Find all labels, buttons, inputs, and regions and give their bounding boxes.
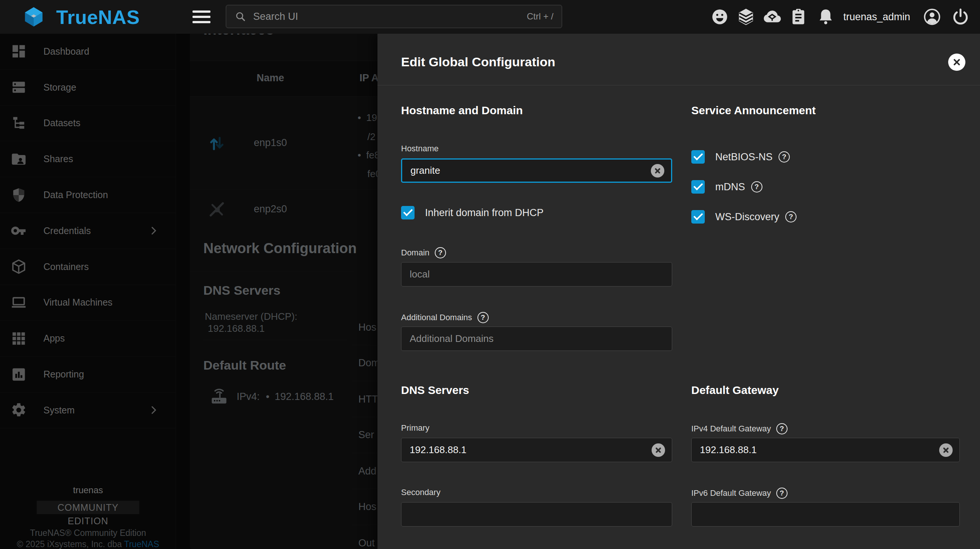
ipv6-gateway-input-wrapper — [691, 502, 960, 527]
inherit-domain-checkbox[interactable]: Inherit domain from DHCP — [401, 206, 544, 220]
panel-title: Edit Global Configuration — [401, 55, 555, 69]
domain-label-text: Domain — [401, 248, 430, 258]
domain-field-label: Domain — [401, 247, 446, 258]
username-menu[interactable]: truenas_admin — [843, 11, 910, 23]
secondary-dns-field-label: Secondary — [401, 488, 441, 497]
clear-input-icon[interactable] — [939, 443, 953, 457]
secondary-dns-label-text: Secondary — [401, 488, 441, 497]
checkbox-checked-icon[interactable] — [401, 206, 415, 220]
mdns-checkbox[interactable]: mDNS — [691, 180, 762, 194]
ipv6-gateway-input[interactable] — [692, 503, 959, 526]
ws-discovery-label: WS-Discovery — [715, 211, 797, 223]
domain-input-wrapper — [401, 262, 672, 286]
additional-domains-input[interactable] — [401, 327, 672, 350]
mdns-label: mDNS — [715, 181, 762, 193]
hostname-input-wrapper — [401, 158, 672, 183]
additional-domains-field-label: Additional Domains — [401, 312, 489, 323]
hostname-domain-heading: Hostname and Domain — [401, 104, 523, 117]
ipv4-gateway-input-wrapper — [691, 438, 960, 462]
hostname-label-text: Hostname — [401, 144, 439, 154]
netbios-checkbox[interactable]: NetBIOS-NS — [691, 150, 790, 164]
panel-header-divider — [377, 85, 980, 85]
clear-input-icon[interactable] — [651, 164, 664, 178]
help-icon[interactable] — [751, 181, 762, 193]
jobs-clipboard-icon[interactable] — [789, 8, 808, 26]
close-icon[interactable] — [948, 54, 966, 71]
primary-dns-label-text: Primary — [401, 423, 430, 433]
primary-dns-input[interactable] — [401, 438, 672, 462]
mdns-label-text: mDNS — [715, 181, 745, 193]
ipv4-gateway-field-label: IPv4 Default Gateway — [691, 423, 788, 434]
clear-input-icon[interactable] — [652, 443, 665, 457]
help-icon[interactable] — [776, 423, 788, 434]
domain-input[interactable] — [401, 263, 672, 286]
cloud-connect-icon[interactable] — [763, 8, 781, 26]
menu-toggle-icon[interactable] — [192, 11, 210, 24]
feedback-smiley-icon[interactable] — [710, 8, 729, 26]
help-icon[interactable] — [785, 211, 797, 223]
inherit-domain-label: Inherit domain from DHCP — [425, 207, 544, 219]
hostname-field-label: Hostname — [401, 144, 439, 154]
netbios-label-text: NetBIOS-NS — [715, 151, 773, 163]
checkbox-checked-icon[interactable] — [691, 210, 705, 224]
ipv6-gateway-field-label: IPv6 Default Gateway — [691, 488, 788, 499]
ws-discovery-label-text: WS-Discovery — [715, 211, 779, 223]
netbios-label: NetBIOS-NS — [715, 151, 790, 163]
help-icon[interactable] — [778, 151, 790, 162]
additional-domains-input-wrapper — [401, 326, 672, 351]
topbar: TrueNAS Ctrl + / truenas_admin — [0, 0, 980, 34]
default-gateway-heading: Default Gateway — [691, 384, 778, 396]
alerts-bell-icon[interactable] — [816, 8, 835, 26]
search-icon — [234, 11, 247, 22]
ipv4-gateway-input[interactable] — [692, 438, 959, 462]
edit-global-configuration-panel: Edit Global Configuration Hostname and D… — [377, 34, 980, 549]
checkbox-checked-icon[interactable] — [691, 150, 705, 164]
secondary-dns-input[interactable] — [401, 503, 672, 526]
truenas-logo-icon[interactable] — [23, 6, 44, 27]
primary-dns-input-wrapper — [401, 438, 672, 462]
search-shortcut-hint: Ctrl + / — [527, 11, 554, 22]
search-input[interactable] — [253, 11, 527, 22]
primary-dns-field-label: Primary — [401, 423, 430, 433]
checkbox-checked-icon[interactable] — [691, 180, 705, 194]
help-icon[interactable] — [776, 488, 788, 499]
power-icon[interactable] — [951, 8, 970, 26]
modal-backdrop[interactable] — [0, 34, 377, 549]
app-root: Interfaces Name IP Ad enp1s0 19 /2 fe8 f… — [0, 0, 980, 549]
service-announcement-heading: Service Announcement — [691, 104, 816, 117]
truenas-logo-text[interactable]: TrueNAS — [56, 6, 140, 29]
help-icon[interactable] — [435, 247, 446, 258]
dns-servers-heading: DNS Servers — [401, 384, 469, 396]
hostname-input[interactable] — [402, 159, 671, 181]
search-bar: Ctrl + / — [226, 5, 562, 28]
help-icon[interactable] — [477, 312, 489, 323]
additional-domains-label-text: Additional Domains — [401, 313, 472, 322]
secondary-dns-input-wrapper — [401, 502, 672, 527]
ws-discovery-checkbox[interactable]: WS-Discovery — [691, 210, 797, 224]
ipv6-gateway-label-text: IPv6 Default Gateway — [691, 489, 771, 498]
ipv4-gateway-label-text: IPv4 Default Gateway — [691, 424, 771, 434]
user-avatar-icon[interactable] — [923, 8, 942, 26]
truecommand-icon[interactable] — [737, 8, 755, 26]
